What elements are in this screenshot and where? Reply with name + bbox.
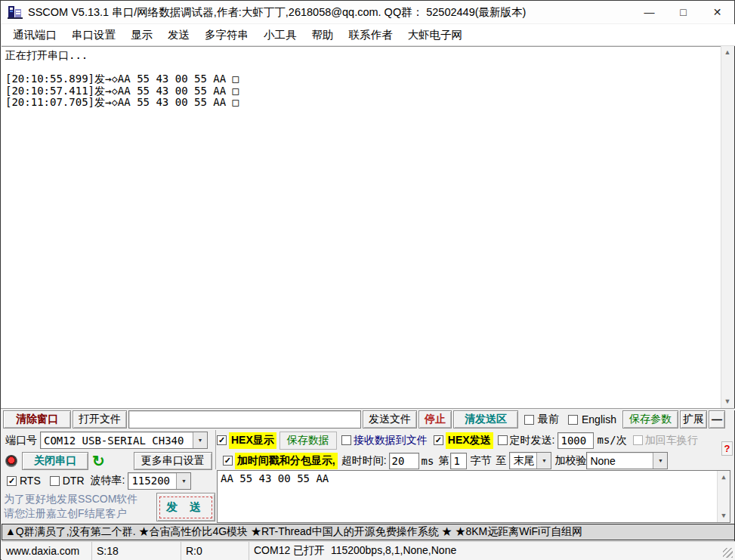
send-button-label: 发 送	[159, 497, 212, 518]
timeout-input[interactable]	[389, 453, 419, 469]
ms-label: ms	[422, 455, 434, 467]
save-params-button[interactable]: 保存参数	[622, 410, 678, 429]
topmost-label: 最前	[538, 413, 559, 426]
baud-label: 波特率:	[91, 474, 125, 487]
status-received-count: R:0	[181, 542, 249, 560]
extend-button[interactable]: 扩展	[680, 410, 707, 429]
recv-to-file-label: 接收数据到文件	[354, 434, 428, 447]
timestamp-split-checkbox[interactable]: ✓	[223, 456, 233, 466]
log-line: 正在打开串口...	[5, 50, 721, 62]
status-port-info: COM12 已打开 115200bps,8,1,None,None	[249, 542, 735, 560]
menu-item-serial-settings[interactable]: 串口设置	[64, 28, 123, 42]
end-position-value: 末尾	[510, 454, 536, 468]
timestamp-split-label[interactable]: 加时间戳和分包显示,	[235, 453, 338, 469]
byte-index-input[interactable]	[450, 453, 467, 469]
clear-window-button[interactable]: 清除窗口	[3, 410, 71, 429]
ad-banner[interactable]: ▲Q群满员了,没有第二个群. ★合宙高性价比4G模块 ★RT-Thread中国人…	[2, 524, 735, 540]
send-file-button[interactable]: 发送文件	[363, 410, 417, 429]
rts-checkbox[interactable]: ✓	[7, 476, 17, 486]
receive-log-area[interactable]: 正在打开串口... [20:10:55.899]发→◇AA 55 43 00 5…	[2, 46, 722, 408]
log-line: [20:11:07.705]发→◇AA 55 43 00 55 AA □	[5, 97, 721, 109]
terminal-scrollbar[interactable]: ▲ ▼	[721, 46, 733, 408]
promo-line2: 请您注册嘉立创F结尾客户	[4, 506, 155, 521]
promo-text: 为了更好地发展SSCOM软件 请您注册嘉立创F结尾客户	[4, 492, 155, 521]
chevron-down-icon[interactable]: ▼	[536, 453, 551, 469]
english-checkbox[interactable]	[568, 415, 578, 425]
hex-send-checkbox[interactable]: ✓	[434, 435, 443, 445]
stop-button[interactable]: 停止	[418, 410, 452, 429]
menu-item-send[interactable]: 发送	[160, 28, 197, 42]
resize-grip[interactable]	[723, 548, 733, 558]
status-website[interactable]: www.daxia.com	[2, 542, 92, 560]
menu-item-display[interactable]: 显示	[123, 28, 160, 42]
minimize-button[interactable]: —	[632, 1, 666, 23]
port-select-value: COM12 USB-SERIAL CH340	[41, 435, 193, 447]
hex-display-checkbox[interactable]: ✓	[217, 435, 227, 445]
log-line	[5, 62, 721, 74]
open-file-button[interactable]: 打开文件	[73, 410, 127, 429]
save-data-button[interactable]: 保存数据	[279, 432, 337, 450]
app-icon	[8, 5, 23, 20]
window-title: SSCOM V5.13.1 串口/网络数据调试器,作者:大虾丁丁,2618058…	[28, 5, 526, 20]
send-area-scrollbar[interactable]: ▲ ▼	[717, 471, 730, 522]
end-position-select[interactable]: 末尾 ▼	[509, 452, 551, 469]
scroll-up-icon[interactable]: ▲	[724, 46, 731, 59]
port-label: 端口号	[5, 434, 37, 447]
log-line: [20:10:57.411]发→◇AA 55 43 00 55 AA □	[5, 85, 721, 97]
chevron-down-icon[interactable]: ▼	[193, 432, 207, 448]
clear-send-area-button[interactable]: 清发送区	[453, 410, 518, 429]
port-select[interactable]: COM12 USB-SERIAL CH340 ▼	[40, 432, 208, 449]
sscom-window: SSCOM V5.13.1 串口/网络数据调试器,作者:大虾丁丁,2618058…	[0, 0, 735, 560]
menu-item-multi-string[interactable]: 多字符串	[197, 28, 256, 42]
add-crlf-checkbox[interactable]	[633, 435, 643, 445]
ad-banner-text: ▲Q群满员了,没有第二个群. ★合宙高性价比4G模块 ★RT-Thread中国人…	[5, 525, 582, 539]
rts-label: RTS	[20, 475, 41, 487]
menu-item-daxia-web[interactable]: 大虾电子网	[400, 28, 471, 42]
close-port-button[interactable]: 关闭串口	[22, 452, 88, 470]
menu-bar: 通讯端口 串口设置 显示 发送 多字符串 小工具 帮助 联系作者 大虾电子网	[2, 24, 735, 46]
close-button[interactable]: ✕	[700, 1, 734, 23]
refresh-ports-icon[interactable]: ↻	[92, 453, 105, 469]
chevron-down-icon[interactable]: ▼	[176, 473, 190, 489]
title-bar: SSCOM V5.13.1 串口/网络数据调试器,作者:大虾丁丁,2618058…	[1, 1, 734, 24]
dtr-label: DTR	[63, 475, 85, 487]
topmost-checkbox[interactable]	[524, 415, 534, 425]
menu-item-contact-author[interactable]: 联系作者	[341, 28, 400, 42]
checksum-select[interactable]: None ▼	[586, 452, 668, 469]
checksum-value: None	[587, 455, 653, 467]
file-path-input[interactable]	[128, 410, 361, 429]
byte-label: 字节	[470, 454, 491, 468]
timed-send-label: 定时发送:	[510, 434, 555, 447]
send-button[interactable]: 发 送	[156, 493, 215, 521]
add-crlf-label: 加回车换行	[645, 434, 698, 447]
timed-send-interval-input[interactable]	[557, 432, 594, 449]
log-line: [20:10:55.899]发→◇AA 55 43 00 55 AA □	[5, 73, 721, 85]
scroll-down-icon[interactable]: ▼	[721, 509, 725, 522]
menu-item-help[interactable]: 帮助	[304, 28, 341, 42]
send-data-input[interactable]: AA 55 43 00 55 AA ▲ ▼	[217, 470, 730, 523]
scroll-up-icon[interactable]: ▲	[721, 471, 725, 484]
timeout-label: 超时时间:	[341, 454, 387, 468]
menu-item-comm-port[interactable]: 通讯端口	[5, 28, 64, 42]
maximize-button[interactable]: □	[666, 1, 700, 23]
scroll-down-icon[interactable]: ▼	[724, 395, 731, 408]
more-serial-settings-button[interactable]: 更多串口设置	[134, 452, 212, 470]
collapse-ext-button[interactable]: —	[709, 410, 725, 429]
chevron-down-icon[interactable]: ▼	[653, 453, 667, 469]
promo-line1: 为了更好地发展SSCOM软件	[4, 492, 155, 506]
nth-label: 第	[438, 454, 449, 468]
status-sent-count: S:18	[92, 542, 181, 560]
hex-display-label[interactable]: HEX显示	[229, 432, 276, 449]
menu-item-tools[interactable]: 小工具	[256, 28, 304, 42]
column-divider	[215, 430, 216, 469]
timed-send-checkbox[interactable]	[498, 435, 508, 445]
baud-select[interactable]: 115200 ▼	[128, 472, 191, 490]
dtr-checkbox[interactable]	[50, 476, 60, 486]
to-label: 至	[496, 454, 506, 468]
send-data-value: AA 55 43 00 55 AA	[221, 472, 329, 484]
hex-send-label[interactable]: HEX发送	[446, 432, 493, 449]
checksum-label: 加校验	[554, 454, 586, 468]
port-status-led-icon	[5, 455, 17, 467]
ms-per-label: ms/次	[597, 434, 626, 447]
recv-to-file-checkbox[interactable]	[341, 435, 351, 445]
